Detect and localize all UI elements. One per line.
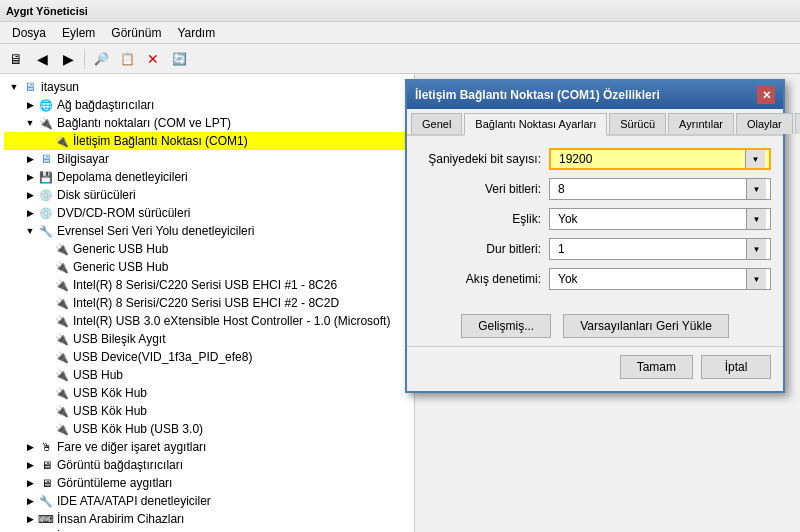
tab-surucu[interactable]: Sürücü [609,113,666,134]
title-bar-text: Aygıt Yöneticisi [6,5,88,17]
expand-usb-kok [38,385,54,401]
tree-item-audio-ctrl[interactable]: ▶ 🖥 Görüntüleme aygıtları [4,474,410,492]
parity-arrow[interactable]: ▼ [746,209,766,229]
form-row-baud: Şaniyedeki bit sayısı: 19200 ▼ [419,148,771,170]
tree-item-usb-kok[interactable]: 🔌 USB Kök Hub [4,384,410,402]
tree-item-usb-ctrl[interactable]: ▼ 🔧 Evrensel Seri Veri Yolu denetleyicil… [4,222,410,240]
tree-item-network[interactable]: ▶ 🌐 Ağ bağdaştırıcıları [4,96,410,114]
tab-kaynaklar[interactable]: Kaynaklar [795,113,800,134]
tree-item-computer[interactable]: ▶ 🖥 Bilgisayar [4,150,410,168]
tree-label-intel-xhci: Intel(R) USB 3.0 eXtensible Host Control… [73,314,390,328]
menu-bar: Dosya Eylem Görünüm Yardım [0,22,800,44]
tree-item-ports[interactable]: ▼ 🔌 Bağlantı noktaları (COM ve LPT) [4,114,410,132]
tree-item-dvd[interactable]: ▶ 💿 DVD/CD-ROM sürücüleri [4,204,410,222]
databits-arrow[interactable]: ▼ [746,179,766,199]
tree-item-hid[interactable]: ▶ ⌨ İnsan Arabirim Cihazları [4,510,410,528]
tree-item-intel-xhci[interactable]: 🔌 Intel(R) USB 3.0 eXtensible Host Contr… [4,312,410,330]
tree-label-dvd: DVD/CD-ROM sürücüleri [57,206,190,220]
expand-network[interactable]: ▶ [22,97,38,113]
baud-select[interactable]: 19200 ▼ [549,148,771,170]
tabs-bar: Genel Bağlantı Noktası Ayarları Sürücü A… [407,109,783,136]
tree-item-generic-usb1[interactable]: 🔌 Generic USB Hub [4,240,410,258]
tab-olaylar[interactable]: Olaylar [736,113,793,134]
icon-hid: ⌨ [38,511,54,527]
expand-usb-kok-hub-30 [38,421,54,437]
expand-storage[interactable]: ▶ [22,169,38,185]
tree-label-usb-ctrl: Evrensel Seri Veri Yolu denetleyicileri [57,224,254,238]
tree-item-root[interactable]: ▼ 🖥 itaysun [4,78,410,96]
menu-yardim[interactable]: Yardım [169,24,223,42]
toolbar-delete-btn[interactable]: ✕ [141,47,165,71]
icon-computer2: 🖥 [38,151,54,167]
expand-intel-ehci2 [38,295,54,311]
expand-hid[interactable]: ▶ [22,511,38,527]
properties-dialog: İletişim Bağlantı Noktası (COM1) Özellik… [405,79,785,393]
tree-item-intel-ehci1[interactable]: 🔌 Intel(R) 8 Serisi/C220 Serisi USB EHCI… [4,276,410,294]
expand-disk[interactable]: ▶ [22,187,38,203]
flowctrl-arrow[interactable]: ▼ [746,269,766,289]
toolbar-refresh-btn[interactable]: 🔄 [167,47,191,71]
tab-ayrintilar[interactable]: Ayrıntılar [668,113,734,134]
toolbar-forward-btn[interactable]: ▶ [56,47,80,71]
menu-gorunum[interactable]: Görünüm [103,24,169,42]
flowctrl-select[interactable]: Yok ▼ [549,268,771,290]
stopbits-arrow[interactable]: ▼ [746,239,766,259]
icon-usb-kok: 🔌 [54,385,70,401]
dialog-close-button[interactable]: ✕ [757,86,775,104]
stopbits-select[interactable]: 1 ▼ [549,238,771,260]
icon-ide: 🔧 [38,493,54,509]
tree-item-pointing[interactable]: ▶ 🖱 Fare ve diğer işaret aygıtları [4,438,410,456]
tree-item-disk[interactable]: ▶ 💿 Disk sürücüleri [4,186,410,204]
tree-item-usb-kok-hub[interactable]: 🔌 USB Kök Hub [4,402,410,420]
advanced-button[interactable]: Gelişmiş... [461,314,551,338]
restore-defaults-button[interactable]: Varsayılanları Geri Yükle [563,314,729,338]
toolbar-back-btn[interactable]: ◀ [30,47,54,71]
icon-disk: 💿 [38,187,54,203]
ok-button[interactable]: Tamam [620,355,693,379]
parity-select[interactable]: Yok ▼ [549,208,771,230]
icon-intel-xhci: 🔌 [54,313,70,329]
tree-item-usb-bilesk[interactable]: 🔌 USB Bileşik Aygıt [4,330,410,348]
tree-item-storage[interactable]: ▶ 💾 Depolama denetleyicileri [4,168,410,186]
tree-label-generic-usb1: Generic USB Hub [73,242,168,256]
toolbar-search-btn[interactable]: 🔎 [89,47,113,71]
expand-ide[interactable]: ▶ [22,493,38,509]
icon-pointing: 🖱 [38,439,54,455]
expand-usb-kok-hub [38,403,54,419]
toolbar: 🖥 ◀ ▶ 🔎 📋 ✕ 🔄 [0,44,800,74]
tree-item-usb-vid[interactable]: 🔌 USB Device(VID_1f3a_PID_efe8) [4,348,410,366]
icon-usb-vid: 🔌 [54,349,70,365]
tree-item-generic-usb2[interactable]: 🔌 Generic USB Hub [4,258,410,276]
expand-dvd[interactable]: ▶ [22,205,38,221]
expand-ports[interactable]: ▼ [22,115,38,131]
tree-item-com1[interactable]: 🔌 İletişim Bağlantı Noktası (COM1) [4,132,410,150]
tab-baglanti-noktasi[interactable]: Bağlantı Noktası Ayarları [464,113,607,136]
expand-display[interactable]: ▶ [22,457,38,473]
toolbar-properties-btn[interactable]: 📋 [115,47,139,71]
tab-genel[interactable]: Genel [411,113,462,134]
expand-computer[interactable]: ▶ [22,151,38,167]
icon-intel-ehci2: 🔌 [54,295,70,311]
expand-usb-hub [38,367,54,383]
menu-dosya[interactable]: Dosya [4,24,54,42]
expand-root[interactable]: ▼ [6,79,22,95]
cancel-button[interactable]: İptal [701,355,771,379]
tree-item-proc[interactable]: ▶ 💻 İşlemciler [4,528,410,532]
tree-item-intel-ehci2[interactable]: 🔌 Intel(R) 8 Serisi/C220 Serisi USB EHCI… [4,294,410,312]
tree-item-ide[interactable]: ▶ 🔧 IDE ATA/ATAPI denetleyiciler [4,492,410,510]
expand-pointing[interactable]: ▶ [22,439,38,455]
expand-audio-ctrl[interactable]: ▶ [22,475,38,491]
tree-label-computer: Bilgisayar [57,152,109,166]
label-flowctrl: Akış denetimi: [419,272,549,286]
baud-arrow[interactable]: ▼ [745,150,765,168]
tree-item-usb-kok-hub-30[interactable]: 🔌 USB Kök Hub (USB 3.0) [4,420,410,438]
menu-eylem[interactable]: Eylem [54,24,103,42]
tree-label-com1: İletişim Bağlantı Noktası (COM1) [73,134,248,148]
tree-item-usb-hub[interactable]: 🔌 USB Hub [4,366,410,384]
tree-item-display[interactable]: ▶ 🖥 Görüntü bağdaştırıcıları [4,456,410,474]
databits-select[interactable]: 8 ▼ [549,178,771,200]
icon-com1: 🔌 [54,133,70,149]
toolbar-monitor-btn[interactable]: 🖥 [4,47,28,71]
tree-label-pointing: Fare ve diğer işaret aygıtları [57,440,206,454]
expand-usb-ctrl[interactable]: ▼ [22,223,38,239]
